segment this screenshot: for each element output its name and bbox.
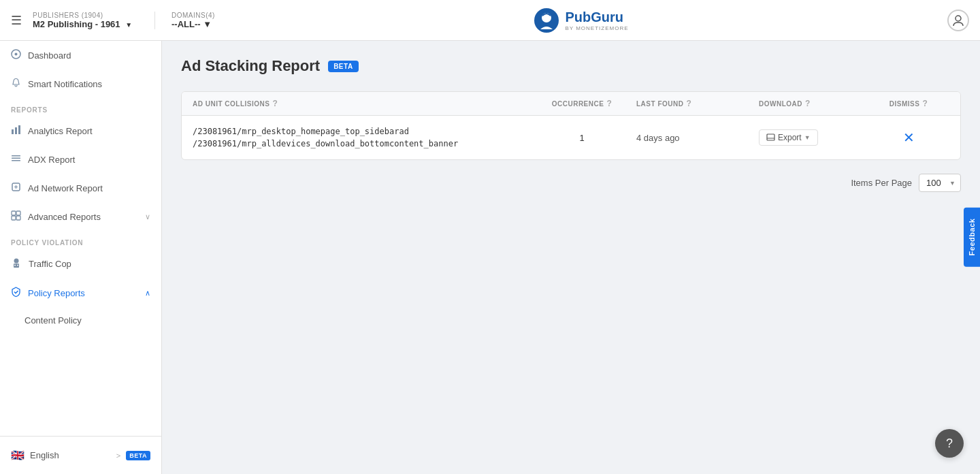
sidebar-item-advanced-reports[interactable]: Advanced Reports ∨ bbox=[0, 202, 161, 231]
svg-rect-8 bbox=[12, 155, 20, 157]
svg-rect-14 bbox=[12, 216, 16, 220]
svg-point-19 bbox=[17, 265, 18, 266]
ad-unit-path-2: /23081961/mrp_alldevices_download_bottom… bbox=[193, 139, 527, 148]
sidebar-item-policy-reports[interactable]: Policy Reports ∧ bbox=[0, 279, 161, 307]
domain-arrow: ▼ bbox=[203, 19, 212, 29]
svg-rect-15 bbox=[16, 216, 20, 220]
table-row: /23081961/mrp_desktop_homepage_top_sideb… bbox=[182, 116, 960, 159]
sidebar-traffic-cop-label: Traffic Cop bbox=[29, 259, 71, 269]
svg-point-16 bbox=[14, 259, 19, 264]
sidebar-item-dashboard[interactable]: Dashboard bbox=[0, 41, 161, 69]
svg-point-4 bbox=[15, 53, 18, 56]
export-chevron: ▼ bbox=[804, 134, 811, 141]
logo: PubGuru by MONETIZEMORE bbox=[226, 7, 936, 33]
col-ad-unit-collisions: AD UNIT COLLISIONS ? bbox=[193, 99, 527, 108]
dismiss-help-icon[interactable]: ? bbox=[922, 99, 928, 108]
header: ☰ PUBLISHERS (1904) M2 Publishing - 1961… bbox=[0, 0, 980, 41]
ad-unit-path-1: /23081961/mrp_desktop_homepage_top_sideb… bbox=[193, 127, 527, 136]
col-download: DOWNLOAD ? bbox=[759, 99, 868, 108]
svg-point-18 bbox=[14, 265, 16, 266]
policy-reports-chevron: ∧ bbox=[145, 289, 150, 298]
publisher-section: PUBLISHERS (1904) M2 Publishing - 1961 ▼ bbox=[33, 12, 155, 29]
dashboard-icon bbox=[11, 49, 21, 61]
table-header: AD UNIT COLLISIONS ? OCCURRENCE ? LAST F… bbox=[182, 92, 960, 116]
domain-section: DOMAINS(4) --ALL-- ▼ bbox=[166, 12, 215, 29]
sidebar-item-analytics[interactable]: Analytics Report bbox=[0, 116, 161, 145]
svg-rect-20 bbox=[767, 134, 774, 140]
last-found-help-icon[interactable]: ? bbox=[686, 99, 691, 108]
bell-icon bbox=[11, 78, 21, 90]
avatar[interactable] bbox=[947, 10, 969, 31]
occurrence-cell: 1 bbox=[527, 133, 636, 143]
publisher-selector[interactable]: M2 Publishing - 1961 ▼ bbox=[33, 19, 144, 29]
sidebar-item-content-policy[interactable]: Content Policy bbox=[0, 307, 161, 334]
domains-label: DOMAINS(4) bbox=[172, 12, 215, 19]
svg-rect-13 bbox=[16, 211, 20, 215]
download-help-icon[interactable]: ? bbox=[805, 99, 811, 108]
publisher-arrow: ▼ bbox=[125, 21, 132, 29]
sidebar-adx-label: ADX Report bbox=[28, 155, 75, 165]
menu-icon[interactable]: ☰ bbox=[11, 13, 22, 28]
items-per-page-label: Items Per Page bbox=[851, 178, 912, 188]
policy-reports-icon bbox=[11, 287, 21, 299]
help-button[interactable]: ? bbox=[935, 429, 964, 458]
svg-rect-9 bbox=[12, 158, 20, 159]
sidebar-adnetwork-label: Ad Network Report bbox=[28, 183, 103, 193]
ad-stacking-table: AD UNIT COLLISIONS ? OCCURRENCE ? LAST F… bbox=[181, 91, 961, 160]
sidebar-dashboard-label: Dashboard bbox=[28, 50, 71, 61]
language-selector[interactable]: 🇬🇧 English > BETA bbox=[0, 442, 161, 469]
export-button[interactable]: Export ▼ bbox=[759, 129, 818, 146]
traffic-cop-icon bbox=[11, 257, 22, 270]
sidebar-analytics-label: Analytics Report bbox=[28, 126, 93, 136]
items-per-page-select[interactable]: 100 50 25 bbox=[919, 174, 961, 192]
sidebar-bottom: 🇬🇧 English > BETA bbox=[0, 436, 161, 474]
col-dismiss: DISMISS ? bbox=[868, 99, 949, 108]
domain-selector[interactable]: --ALL-- ▼ bbox=[172, 19, 215, 29]
main-content: Ad Stacking Report BETA AD UNIT COLLISIO… bbox=[162, 41, 980, 474]
page-title-row: Ad Stacking Report BETA bbox=[181, 57, 961, 75]
language-arrow: > bbox=[116, 452, 120, 460]
dismiss-cell: ✕ bbox=[868, 131, 949, 144]
sidebar-nav: Dashboard Smart Notifications REPORTS bbox=[0, 41, 161, 436]
logo-icon bbox=[534, 7, 559, 33]
logo-text: PubGuru bbox=[565, 10, 628, 25]
analytics-icon bbox=[11, 125, 21, 137]
ad-unit-cell: /23081961/mrp_desktop_homepage_top_sideb… bbox=[193, 127, 527, 148]
items-per-page-wrapper: 100 50 25 bbox=[919, 174, 961, 192]
svg-rect-5 bbox=[12, 129, 14, 134]
ad-unit-help-icon[interactable]: ? bbox=[272, 99, 278, 108]
feedback-tab[interactable]: Feedback bbox=[964, 208, 980, 267]
sidebar-item-smart-notifications[interactable]: Smart Notifications bbox=[0, 69, 161, 98]
svg-rect-10 bbox=[12, 160, 20, 161]
page-beta-badge: BETA bbox=[328, 61, 358, 72]
advanced-reports-icon bbox=[11, 210, 21, 223]
sidebar-content-policy-label: Content Policy bbox=[24, 315, 82, 326]
sidebar-advanced-label: Advanced Reports bbox=[28, 212, 101, 222]
page-title: Ad Stacking Report bbox=[181, 57, 320, 75]
download-cell: Export ▼ bbox=[759, 129, 868, 146]
adx-icon bbox=[11, 153, 21, 165]
col-occurrence: OCCURRENCE ? bbox=[527, 99, 636, 108]
svg-rect-6 bbox=[15, 127, 17, 134]
last-found-cell: 4 days ago bbox=[636, 133, 759, 143]
sidebar-item-traffic-cop[interactable]: Traffic Cop bbox=[0, 249, 161, 279]
sidebar-item-ad-network[interactable]: Ad Network Report bbox=[0, 174, 161, 202]
layout: Dashboard Smart Notifications REPORTS bbox=[0, 41, 980, 474]
language-label: English bbox=[30, 450, 59, 460]
advanced-reports-chevron: ∨ bbox=[145, 212, 150, 221]
flag-icon: 🇬🇧 bbox=[11, 449, 24, 462]
pagination-row: Items Per Page 100 50 25 bbox=[181, 174, 961, 192]
dismiss-button[interactable]: ✕ bbox=[903, 131, 915, 144]
sidebar-notifications-label: Smart Notifications bbox=[28, 79, 102, 89]
logo-subtext: by MONETIZEMORE bbox=[565, 25, 628, 31]
language-beta-badge: BETA bbox=[126, 451, 150, 460]
ad-network-icon bbox=[11, 182, 21, 194]
svg-rect-12 bbox=[12, 211, 16, 215]
col-last-found: LAST FOUND ? bbox=[636, 99, 759, 108]
header-right bbox=[947, 10, 969, 31]
svg-rect-7 bbox=[18, 125, 20, 134]
sidebar-item-adx[interactable]: ADX Report bbox=[0, 145, 161, 174]
policy-section-label: POLICY VIOLATION bbox=[0, 231, 161, 249]
occurrence-help-icon[interactable]: ? bbox=[606, 99, 612, 108]
sidebar: Dashboard Smart Notifications REPORTS bbox=[0, 41, 162, 474]
